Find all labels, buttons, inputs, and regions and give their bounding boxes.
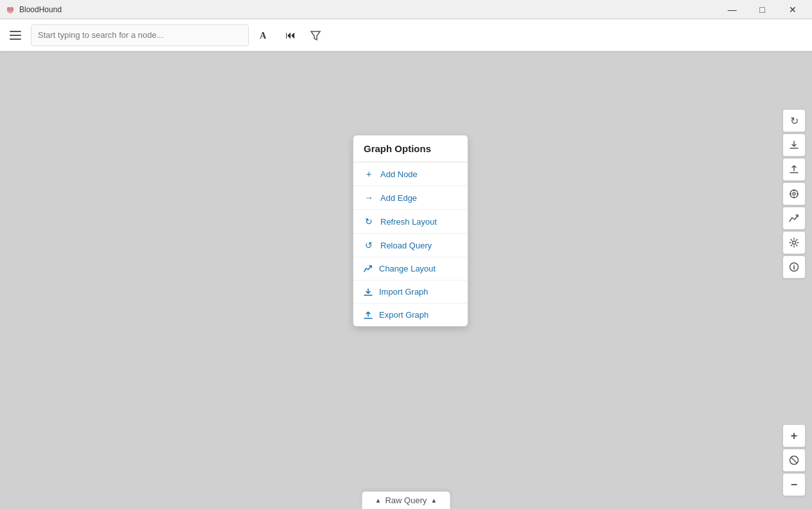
zoom-out-icon: − bbox=[791, 479, 798, 490]
maximize-button[interactable]: □ bbox=[748, 0, 777, 19]
back-icon: ⏮ bbox=[284, 30, 296, 41]
refresh-button[interactable]: ↻ bbox=[782, 109, 806, 132]
import-graph-icon bbox=[364, 288, 373, 297]
add-edge-label: Add Edge bbox=[380, 193, 417, 203]
upload-icon bbox=[789, 164, 799, 175]
target-button[interactable] bbox=[782, 182, 806, 205]
target-icon bbox=[789, 189, 799, 199]
svg-point-13 bbox=[793, 241, 796, 245]
chevron-up2-icon: ▲ bbox=[431, 497, 437, 504]
reload-query-label: Reload Query bbox=[380, 241, 432, 250]
hamburger-line bbox=[10, 39, 21, 40]
add-node-item[interactable]: + Add Node bbox=[353, 162, 468, 186]
filter-button[interactable] bbox=[305, 25, 326, 46]
add-edge-item[interactable]: → Add Edge bbox=[353, 186, 468, 210]
refresh-layout-icon: ↻ bbox=[364, 216, 374, 227]
graph-canvas[interactable]: ↻ bbox=[0, 51, 812, 509]
download-button[interactable] bbox=[782, 134, 806, 157]
zoom-in-button[interactable]: + bbox=[782, 424, 806, 447]
svg-text:⏮: ⏮ bbox=[285, 30, 296, 40]
refresh-layout-label: Refresh Layout bbox=[380, 217, 437, 227]
hamburger-line bbox=[10, 35, 21, 36]
menu-button[interactable] bbox=[5, 25, 26, 46]
add-node-label: Add Node bbox=[380, 169, 418, 179]
svg-point-16 bbox=[793, 264, 795, 266]
refresh-layout-item[interactable]: ↻ Refresh Layout bbox=[353, 210, 468, 234]
filter-icon bbox=[310, 30, 321, 41]
add-edge-icon: → bbox=[364, 193, 374, 203]
hamburger-line bbox=[10, 31, 21, 32]
reload-query-item[interactable]: ↺ Reload Query bbox=[353, 234, 468, 257]
settings-button[interactable] bbox=[782, 231, 806, 254]
refresh-icon: ↻ bbox=[790, 115, 799, 127]
add-node-icon: + bbox=[364, 169, 374, 179]
export-graph-item[interactable]: Export Graph bbox=[353, 304, 468, 326]
minimize-button[interactable]: — bbox=[718, 0, 747, 19]
svg-text:A: A bbox=[260, 31, 267, 40]
search-input[interactable] bbox=[31, 24, 249, 46]
zoom-reset-button[interactable] bbox=[782, 449, 806, 472]
reload-query-icon: ↺ bbox=[364, 240, 374, 250]
export-graph-icon bbox=[364, 311, 373, 320]
toolbar: A ⏮ bbox=[0, 19, 812, 51]
download-icon bbox=[789, 140, 799, 150]
chevron-up-icon: ▲ bbox=[375, 497, 382, 504]
graph-options-title: Graph Options bbox=[353, 135, 468, 162]
change-layout-label: Change Layout bbox=[379, 264, 436, 273]
window-controls: — □ ✕ bbox=[718, 0, 807, 19]
node-icon: A bbox=[258, 30, 270, 41]
gear-icon bbox=[789, 237, 799, 248]
right-sidebar: ↻ bbox=[782, 109, 806, 279]
export-graph-label: Export Graph bbox=[379, 310, 428, 320]
change-layout-icon bbox=[364, 264, 373, 273]
zoom-out-button[interactable]: − bbox=[782, 473, 806, 496]
info-button[interactable] bbox=[782, 255, 806, 279]
raw-query-bar[interactable]: ▲ Raw Query ▲ bbox=[362, 491, 451, 509]
title-bar: BloodHound — □ ✕ bbox=[0, 0, 812, 19]
zoom-in-icon: + bbox=[791, 430, 798, 442]
zoom-reset-icon bbox=[789, 455, 799, 465]
app-icon bbox=[5, 4, 15, 15]
svg-marker-6 bbox=[311, 31, 320, 40]
chart-button[interactable] bbox=[782, 207, 806, 230]
info-icon bbox=[789, 262, 799, 272]
svg-line-18 bbox=[791, 458, 797, 463]
node-icon-button[interactable]: A bbox=[254, 25, 275, 46]
svg-point-8 bbox=[793, 193, 795, 195]
app-title: BloodHound bbox=[19, 5, 62, 14]
raw-query-label: Raw Query bbox=[385, 496, 427, 505]
import-graph-item[interactable]: Import Graph bbox=[353, 280, 468, 304]
back-button[interactable]: ⏮ bbox=[280, 25, 300, 46]
svg-point-3 bbox=[8, 8, 12, 12]
chart-icon bbox=[789, 213, 799, 223]
graph-options-menu: Graph Options + Add Node → Add Edge ↻ Re… bbox=[353, 135, 468, 327]
upload-button[interactable] bbox=[782, 158, 806, 181]
zoom-controls: + − bbox=[782, 424, 806, 496]
import-graph-label: Import Graph bbox=[379, 287, 428, 297]
close-button[interactable]: ✕ bbox=[778, 0, 807, 19]
change-layout-item[interactable]: Change Layout bbox=[353, 257, 468, 280]
